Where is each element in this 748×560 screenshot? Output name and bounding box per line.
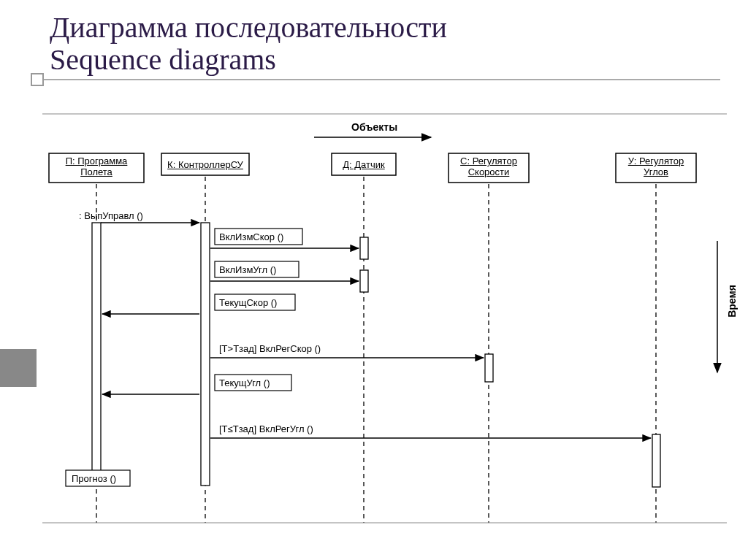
msg-5-label: ТекущУгл () bbox=[219, 377, 270, 388]
activation-d2 bbox=[360, 270, 368, 292]
msg-4-label: [T>Tзад] ВклРегСкор () bbox=[219, 343, 321, 354]
time-label: Время bbox=[726, 285, 738, 318]
msg-1-label: ВклИзмСкор () bbox=[219, 231, 283, 242]
msg-3-label: ТекущСкор () bbox=[219, 297, 277, 308]
activation-k bbox=[201, 223, 210, 486]
activation-c bbox=[485, 354, 493, 382]
msg-6-label: [T≤Tзад] ВклРегУгл () bbox=[219, 423, 313, 434]
msg-0-label: : ВыпУправл () bbox=[79, 210, 143, 221]
head-p-text: П: Программа Полета bbox=[49, 156, 144, 177]
head-d-text: Д: Датчик bbox=[332, 159, 396, 170]
msg-2-label: ВклИзмУгл () bbox=[219, 264, 276, 275]
slide: Диаграмма последовательности Sequence di… bbox=[0, 0, 748, 560]
head-u-text: У: Регулятор Углов bbox=[616, 156, 696, 177]
msg-7-label: Прогноз () bbox=[72, 473, 116, 484]
activation-u bbox=[652, 434, 660, 487]
head-c-text: С: Регулятор Скорости bbox=[449, 156, 529, 177]
activation-p bbox=[92, 223, 101, 486]
head-k-text: К: КонтроллерСУ bbox=[161, 159, 249, 170]
activation-d1 bbox=[360, 237, 368, 259]
